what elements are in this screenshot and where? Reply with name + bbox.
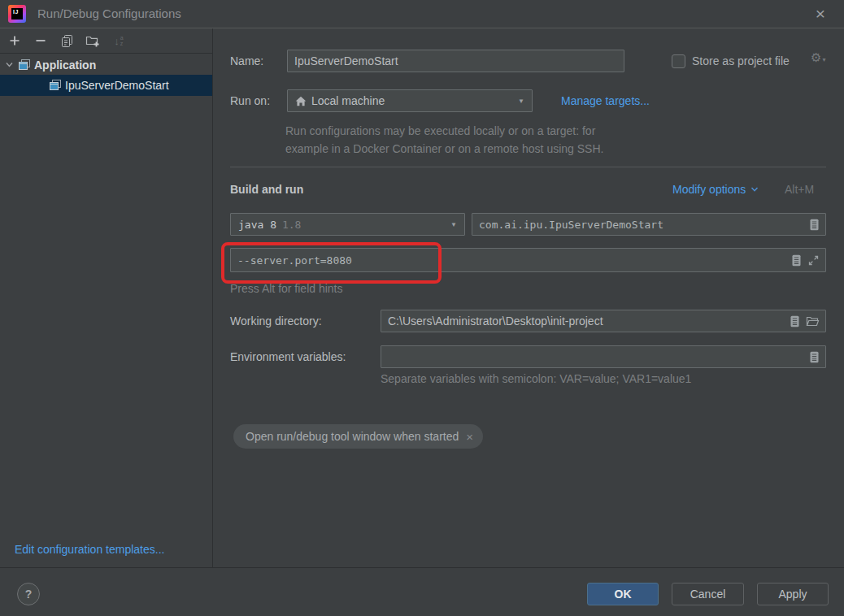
- chip-close-icon[interactable]: ×: [466, 430, 473, 444]
- dialog-title: Run/Debug Configurations: [37, 0, 181, 28]
- working-directory-input[interactable]: [381, 315, 790, 328]
- configurations-tree-panel: ↓ az Application: [0, 28, 213, 567]
- environment-variables-label: Environment variables:: [230, 345, 346, 368]
- copy-configuration-icon[interactable]: [58, 32, 76, 50]
- name-label: Name:: [230, 50, 263, 72]
- run-on-help-line1: Run configurations may be executed local…: [285, 124, 595, 137]
- application-type-icon: [49, 79, 62, 92]
- chevron-down-icon: ▼: [450, 221, 464, 228]
- section-divider: [230, 167, 826, 167]
- remove-configuration-icon[interactable]: [32, 32, 50, 50]
- new-folder-icon[interactable]: [84, 32, 102, 50]
- program-arguments-field-wrap: [230, 248, 826, 272]
- home-icon: [295, 96, 307, 106]
- run-debug-configurations-dialog: IJ Run/Debug Configurations ×: [0, 0, 844, 616]
- jre-version-hint: 1.8: [282, 219, 301, 231]
- store-as-project-file-checkbox[interactable]: [672, 54, 685, 68]
- modify-options-link[interactable]: Modify options: [672, 183, 759, 196]
- main-class-field-wrap: [472, 213, 826, 236]
- insert-macros-icon[interactable]: [809, 351, 820, 363]
- build-and-run-section-title: Build and run: [230, 183, 303, 196]
- program-arguments-input[interactable]: [231, 254, 791, 267]
- jre-combo[interactable]: java 8 1.8 ▼: [230, 213, 465, 236]
- manage-targets-link[interactable]: Manage targets...: [561, 89, 650, 112]
- chip-label: Open run/debug tool window when started: [246, 430, 459, 443]
- tree-toolbar: ↓ az: [0, 28, 212, 54]
- store-options-gear-icon[interactable]: ⚙▾: [811, 50, 825, 65]
- close-icon[interactable]: ×: [808, 2, 833, 26]
- run-on-value: Local machine: [311, 94, 385, 107]
- insert-macros-icon[interactable]: [791, 254, 802, 267]
- environment-variables-field-wrap: [381, 345, 826, 368]
- before-launch-chip[interactable]: Open run/debug tool window when started …: [233, 424, 483, 449]
- insert-macros-icon[interactable]: [790, 315, 800, 328]
- help-button[interactable]: ?: [17, 583, 40, 605]
- run-on-label: Run on:: [230, 89, 270, 112]
- name-field-wrap: [287, 50, 624, 72]
- environment-variables-input[interactable]: [381, 350, 809, 363]
- chevron-down-icon: ▼: [518, 98, 532, 105]
- chevron-down-icon: [750, 186, 759, 193]
- ok-button[interactable]: OK: [587, 583, 659, 605]
- apply-button[interactable]: Apply: [757, 583, 829, 605]
- tree-item-label: IpuServerDemoStart: [65, 79, 169, 92]
- sort-configurations-icon[interactable]: ↓ az: [110, 32, 128, 50]
- working-directory-field-wrap: [381, 310, 826, 332]
- application-type-icon: [18, 59, 31, 72]
- browse-folder-icon[interactable]: [806, 315, 820, 327]
- jre-value: java 8: [238, 219, 276, 231]
- expand-field-icon[interactable]: [807, 254, 820, 267]
- tree-node-ipuserverdemostart[interactable]: IpuServerDemoStart: [0, 75, 212, 96]
- name-input[interactable]: [288, 54, 624, 67]
- store-as-project-file-label: Store as project file: [692, 50, 790, 72]
- working-directory-label: Working directory:: [230, 310, 322, 332]
- insert-macros-icon[interactable]: [809, 219, 820, 231]
- edit-configuration-templates-link[interactable]: Edit configuration templates...: [15, 543, 164, 556]
- run-on-combo[interactable]: Local machine ▼: [287, 89, 533, 112]
- tree-node-application[interactable]: Application: [0, 54, 212, 75]
- main-class-input[interactable]: [472, 219, 809, 231]
- chevron-down-icon[interactable]: [0, 60, 18, 69]
- env-hint: Separate variables with semicolon: VAR=v…: [381, 372, 691, 385]
- intellij-logo-icon: IJ: [8, 5, 26, 23]
- title-bar: IJ Run/Debug Configurations ×: [0, 0, 844, 28]
- cancel-button[interactable]: Cancel: [672, 583, 744, 605]
- dialog-footer: ? OK Cancel Apply: [0, 567, 844, 616]
- alt-hint: Press Alt for field hints: [230, 282, 343, 295]
- add-configuration-icon[interactable]: [6, 32, 24, 50]
- modify-options-shortcut: Alt+M: [785, 183, 814, 196]
- intellij-logo-letters: IJ: [13, 9, 19, 15]
- run-on-help-line2: example in a Docker Container or on a re…: [285, 142, 603, 155]
- tree-group-label: Application: [34, 59, 96, 72]
